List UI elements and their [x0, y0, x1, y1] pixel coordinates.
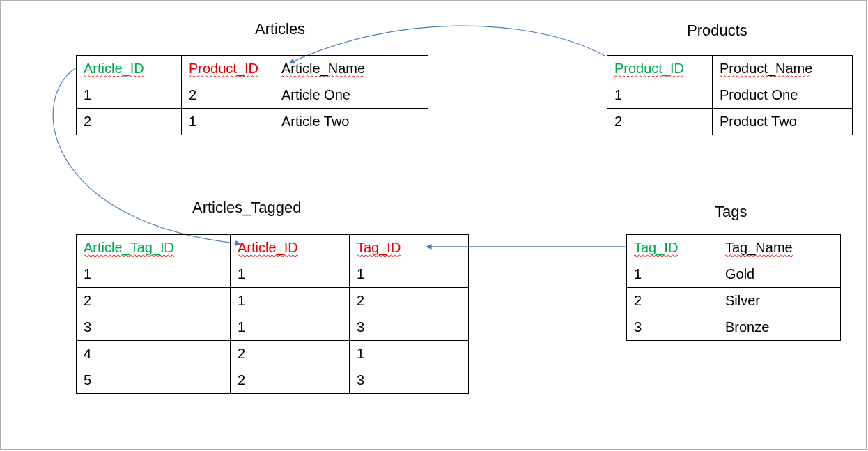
- cell: 1: [350, 261, 469, 288]
- cell: 2: [607, 109, 713, 135]
- col-article-id: Article_ID: [77, 56, 182, 82]
- col-article-name: Article_Name: [274, 56, 428, 82]
- table-row: 1 Product One: [607, 82, 853, 109]
- table-header-row: Article_ID Product_ID Article_Name: [77, 56, 428, 82]
- col-tag-name: Tag_Name: [718, 235, 841, 261]
- cell: 1: [350, 341, 469, 367]
- cell: Article Two: [274, 109, 428, 135]
- cell: 1: [231, 314, 350, 341]
- cell: Product Two: [713, 109, 853, 135]
- cell: 3: [350, 367, 469, 394]
- cell: 2: [627, 288, 718, 314]
- cell: 3: [627, 314, 718, 341]
- col-product-id: Product_ID: [182, 56, 274, 82]
- cell: 1: [182, 109, 274, 135]
- table-row: 3 Bronze: [627, 314, 841, 341]
- cell: 1: [607, 82, 713, 109]
- cell: 2: [77, 288, 231, 314]
- table-row: 1 1 1: [77, 261, 469, 288]
- table-title-tags: Tags: [715, 203, 747, 221]
- cell: 1: [231, 261, 350, 288]
- col-product-name: Product_Name: [713, 56, 853, 82]
- cell: Silver: [718, 288, 841, 314]
- table-row: 1 2 Article One: [77, 82, 428, 109]
- cell: 3: [350, 314, 469, 341]
- table-articles: Article_ID Product_ID Article_Name 1 2 A…: [76, 55, 428, 135]
- table-products: Product_ID Product_Name 1 Product One 2 …: [607, 55, 853, 135]
- cell: 5: [77, 367, 231, 394]
- table-row: 2 Silver: [627, 288, 841, 314]
- cell: 4: [77, 341, 231, 367]
- table-title-articles: Articles: [255, 20, 305, 38]
- table-row: 5 2 3: [77, 367, 469, 394]
- cell: Bronze: [718, 314, 841, 341]
- table-row: 2 Product Two: [607, 109, 853, 135]
- cell: 1: [77, 82, 182, 109]
- cell: 2: [77, 109, 182, 135]
- cell: 3: [77, 314, 231, 341]
- col-product-id: Product_ID: [607, 56, 713, 82]
- cell: Product One: [713, 82, 853, 109]
- col-article-id: Article_ID: [231, 235, 350, 261]
- table-row: 3 1 3: [77, 314, 469, 341]
- table-tags: Tag_ID Tag_Name 1 Gold 2 Silver 3 Bronze: [626, 234, 841, 341]
- cell: 2: [182, 82, 274, 109]
- table-row: 2 1 Article Two: [77, 109, 428, 135]
- table-title-articles-tagged: Articles_Tagged: [192, 199, 302, 217]
- col-tag-id: Tag_ID: [627, 235, 718, 261]
- cell: 2: [231, 341, 350, 367]
- table-title-products: Products: [687, 22, 747, 40]
- table-articles-tagged: Article_Tag_ID Article_ID Tag_ID 1 1 1 2…: [76, 234, 469, 394]
- cell: 1: [231, 288, 350, 314]
- cell: Article One: [274, 82, 428, 109]
- cell: Gold: [718, 261, 841, 288]
- table-header-row: Product_ID Product_Name: [607, 56, 853, 82]
- col-article-tag-id: Article_Tag_ID: [77, 235, 231, 261]
- diagram-canvas: Articles Article_ID Product_ID Article_N…: [0, 0, 867, 450]
- cell: 2: [350, 288, 469, 314]
- col-tag-id: Tag_ID: [350, 235, 469, 261]
- table-row: 4 2 1: [77, 341, 469, 367]
- cell: 1: [77, 261, 231, 288]
- table-row: 2 1 2: [77, 288, 469, 314]
- cell: 1: [627, 261, 718, 288]
- table-header-row: Tag_ID Tag_Name: [627, 235, 841, 261]
- table-header-row: Article_Tag_ID Article_ID Tag_ID: [77, 235, 469, 261]
- cell: 2: [231, 367, 350, 394]
- table-row: 1 Gold: [627, 261, 841, 288]
